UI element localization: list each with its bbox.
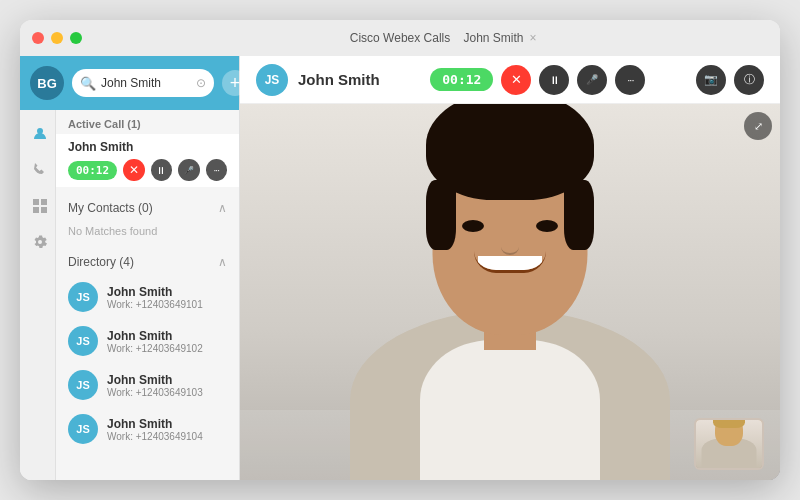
directory-row[interactable]: Directory (4) ∧ <box>56 249 239 275</box>
no-matches-text: No Matches found <box>56 221 239 241</box>
directory-label: Directory (4) <box>68 255 134 269</box>
nav-calls[interactable] <box>22 154 58 186</box>
avatar: JS <box>68 370 98 400</box>
contact-phone: Work: +12403649104 <box>107 431 203 442</box>
sidebar-icons <box>20 110 56 480</box>
thumb-video-stream <box>696 420 762 468</box>
nav-settings[interactable] <box>22 226 58 258</box>
header-more-button[interactable]: ··· <box>615 65 645 95</box>
list-item[interactable]: JS John Smith Work: +12403649104 <box>56 407 239 451</box>
main-area: BG 🔍 ⊙ + <box>20 56 780 480</box>
end-call-button[interactable]: ✕ <box>123 159 144 181</box>
more-button[interactable]: ··· <box>206 159 227 181</box>
contact-phone: Work: +12403649101 <box>107 299 203 310</box>
expand-button[interactable]: ⤢ <box>744 112 772 140</box>
my-contacts-label: My Contacts (0) <box>68 201 153 215</box>
sidebar: BG 🔍 ⊙ + <box>20 56 240 480</box>
fullscreen-button[interactable] <box>70 32 82 44</box>
list-item[interactable]: JS John Smith Work: +12403649103 <box>56 363 239 407</box>
svg-rect-2 <box>41 199 47 205</box>
sidebar-list: Active Call (1) John Smith 00:12 ✕ ⏸ 🎤 ·… <box>56 110 239 480</box>
contact-info: John Smith Work: +12403649102 <box>107 329 203 354</box>
mute-button[interactable]: 🎤 <box>178 159 199 181</box>
contact-phone: Work: +12403649103 <box>107 387 203 398</box>
contact-name: John Smith <box>107 417 203 431</box>
call-header-right: 📷 ⓘ <box>696 65 764 95</box>
call-header-controls: 00:12 ✕ ⏸ 🎤 ··· <box>430 65 645 95</box>
my-contacts-section: My Contacts (0) ∧ No Matches found <box>56 191 239 245</box>
call-timer: 00:12 <box>68 161 117 180</box>
directory-section: Directory (4) ∧ JS John Smith Work: +124… <box>56 245 239 455</box>
sidebar-top: BG 🔍 ⊙ + <box>20 56 239 110</box>
search-icon: 🔍 <box>80 76 96 91</box>
participant-thumbnail <box>694 418 764 470</box>
svg-rect-1 <box>33 199 39 205</box>
avatar: JS <box>68 414 98 444</box>
header-end-button[interactable]: ✕ <box>501 65 531 95</box>
title-bar: Cisco Webex Calls John Smith × <box>20 20 780 56</box>
search-box[interactable]: 🔍 ⊙ <box>72 69 214 97</box>
minimize-button[interactable] <box>51 32 63 44</box>
header-timer: 00:12 <box>430 68 493 91</box>
call-avatar: JS <box>256 64 288 96</box>
sidebar-main-layout: Active Call (1) John Smith 00:12 ✕ ⏸ 🎤 ·… <box>20 110 239 480</box>
app-window: Cisco Webex Calls John Smith × BG 🔍 ⊙ + <box>20 20 780 480</box>
search-clear-icon[interactable]: ⊙ <box>196 76 206 90</box>
header-hold-button[interactable]: ⏸ <box>539 65 569 95</box>
video-area: ⤢ <box>240 104 780 480</box>
search-input[interactable] <box>101 76 191 90</box>
call-header-left: JS John Smith <box>256 64 380 96</box>
hold-button[interactable]: ⏸ <box>151 159 172 181</box>
app-title: Cisco Webex Calls <box>350 31 450 45</box>
tab-title: John Smith <box>463 31 523 45</box>
contact-phone: Work: +12403649102 <box>107 343 203 354</box>
active-call-header: Active Call (1) <box>56 110 239 134</box>
contact-info: John Smith Work: +12403649104 <box>107 417 203 442</box>
avatar: JS <box>68 282 98 312</box>
call-header-name: John Smith <box>298 71 380 88</box>
user-avatar: BG <box>30 66 64 100</box>
traffic-lights <box>32 32 82 44</box>
my-contacts-chevron: ∧ <box>218 201 227 215</box>
contact-name: John Smith <box>107 373 203 387</box>
contact-info: John Smith Work: +12403649103 <box>107 373 203 398</box>
tab-close[interactable]: × <box>530 31 537 45</box>
call-controls: 00:12 ✕ ⏸ 🎤 ··· <box>68 159 227 181</box>
close-button[interactable] <box>32 32 44 44</box>
video-toggle-button[interactable]: 📷 <box>696 65 726 95</box>
active-call-item[interactable]: John Smith 00:12 ✕ ⏸ 🎤 ··· <box>56 134 239 187</box>
list-item[interactable]: JS John Smith Work: +12403649101 <box>56 275 239 319</box>
my-contacts-row[interactable]: My Contacts (0) ∧ <box>56 195 239 221</box>
info-button[interactable]: ⓘ <box>734 65 764 95</box>
contact-name: John Smith <box>107 285 203 299</box>
contact-info: John Smith Work: +12403649101 <box>107 285 203 310</box>
nav-contacts[interactable] <box>22 118 58 150</box>
contact-name: John Smith <box>107 329 203 343</box>
svg-rect-4 <box>41 207 47 213</box>
avatar: JS <box>68 326 98 356</box>
call-header: JS John Smith 00:12 ✕ ⏸ 🎤 ··· 📷 ⓘ <box>240 56 780 104</box>
svg-rect-3 <box>33 207 39 213</box>
nav-grid[interactable] <box>22 190 58 222</box>
active-call-name: John Smith <box>68 140 227 154</box>
right-panel: JS John Smith 00:12 ✕ ⏸ 🎤 ··· 📷 ⓘ <box>240 56 780 480</box>
list-item[interactable]: JS John Smith Work: +12403649102 <box>56 319 239 363</box>
header-mute-button[interactable]: 🎤 <box>577 65 607 95</box>
directory-chevron: ∧ <box>218 255 227 269</box>
